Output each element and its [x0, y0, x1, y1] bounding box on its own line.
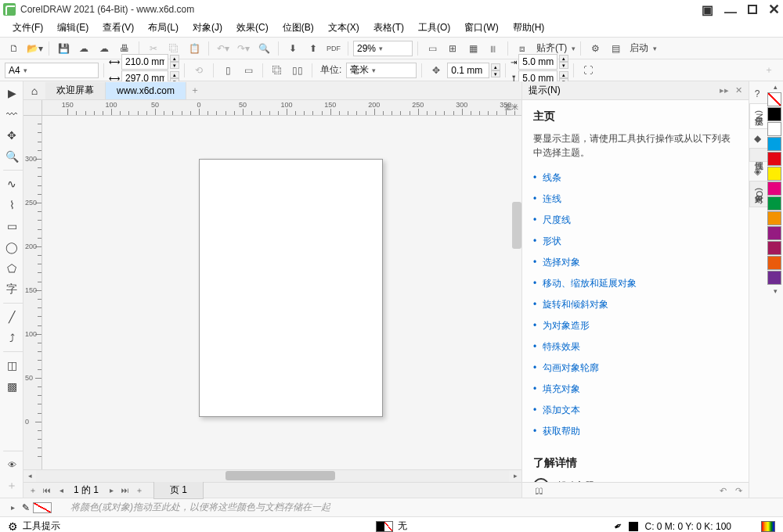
fullscreen-icon[interactable]: ▭: [423, 40, 442, 57]
docker-tab-hints[interactable]: 提示(N): [749, 103, 767, 129]
color-swatch[interactable]: [767, 152, 781, 166]
connector-tool[interactable]: ⤴: [2, 328, 22, 348]
next-page[interactable]: ▸: [105, 484, 117, 497]
publish-pdf-button[interactable]: PDF: [324, 40, 343, 57]
nudge-down[interactable]: ▾: [491, 70, 500, 77]
color-swatch[interactable]: [767, 167, 781, 181]
menu-bitmap[interactable]: 位图(B): [276, 20, 320, 36]
dupx-up[interactable]: ▴: [559, 55, 568, 62]
pick-tool[interactable]: ▶: [2, 83, 22, 103]
v-scroll-thumb[interactable]: [512, 202, 521, 249]
drop-shadow-tool[interactable]: ◫: [2, 355, 22, 376]
nudge-input[interactable]: [447, 63, 489, 78]
polygon-tool[interactable]: ⬠: [2, 258, 22, 279]
topic-link[interactable]: 选择对象: [533, 252, 738, 273]
h-scroll-thumb[interactable]: [226, 471, 335, 480]
topic-link[interactable]: 填充对象: [533, 379, 738, 400]
landscape-button[interactable]: ▭: [239, 62, 258, 79]
color-swatch[interactable]: [767, 196, 781, 210]
menu-table[interactable]: 表格(T): [367, 20, 410, 36]
text-tool[interactable]: 字: [2, 279, 22, 300]
export-button[interactable]: ⬆: [304, 40, 323, 57]
freehand-tool[interactable]: ∿: [2, 174, 22, 194]
dupy-up[interactable]: ▴: [559, 71, 568, 78]
dupx-down[interactable]: ▾: [559, 62, 568, 69]
add-tool[interactable]: ＋: [2, 476, 22, 496]
nudge-up[interactable]: ▴: [491, 63, 500, 70]
rectangle-tool[interactable]: ▭: [2, 216, 22, 236]
grid-icon[interactable]: ▦: [464, 40, 482, 57]
color-swatch[interactable]: [767, 182, 781, 196]
docker-tab-properties[interactable]: 属性: [749, 148, 767, 162]
color-swatch[interactable]: [767, 241, 781, 255]
page-size-dropdown[interactable]: A4: [5, 63, 99, 78]
outline-pen-icon[interactable]: ✒: [612, 519, 625, 532]
layout-icon[interactable]: ▤: [606, 40, 625, 57]
all-pages-icon[interactable]: ⿻: [268, 62, 287, 79]
hints-fwd-icon[interactable]: ↷: [735, 486, 742, 495]
eyedropper-tool[interactable]: 👁: [2, 455, 22, 475]
page[interactable]: [199, 159, 383, 417]
menu-tools[interactable]: 工具(O): [412, 20, 456, 36]
tab-document[interactable]: www.x6d.com: [106, 82, 186, 99]
menu-effects[interactable]: 效果(C): [230, 20, 275, 36]
ellipse-tool[interactable]: ◯: [2, 237, 22, 257]
parallel-dim-tool[interactable]: ╱: [2, 307, 22, 327]
guides-icon[interactable]: ⫼: [484, 40, 503, 57]
account-icon[interactable]: ▣: [702, 2, 713, 17]
height-up[interactable]: ▴: [170, 71, 179, 78]
gear-icon[interactable]: ⚙: [8, 520, 18, 533]
docker-tab-objects[interactable]: 对象(O): [749, 181, 767, 207]
rulers-icon[interactable]: ⊞: [443, 40, 462, 57]
topic-link[interactable]: 添加文本: [533, 400, 738, 421]
menu-object[interactable]: 对象(J): [186, 20, 229, 36]
tab-welcome[interactable]: 欢迎屏幕: [45, 82, 106, 99]
color-swatch[interactable]: [767, 137, 781, 151]
minimize-button[interactable]: —: [724, 5, 737, 20]
undo-button[interactable]: ↶▾: [214, 40, 233, 57]
width-down[interactable]: ▾: [170, 62, 179, 69]
panel-close-icon[interactable]: ✕: [735, 85, 742, 95]
import-button[interactable]: ⬇: [283, 40, 302, 57]
fill-indicator[interactable]: [376, 521, 393, 532]
search-icon[interactable]: 🔍: [254, 40, 273, 57]
menu-window[interactable]: 窗口(W): [458, 20, 504, 36]
horizontal-ruler[interactable]: 毫米 15010050050100150200250300350: [42, 100, 521, 116]
add-toolbar-icon[interactable]: ＋: [760, 62, 778, 79]
home-button[interactable]: ⌂: [23, 82, 45, 99]
menu-view[interactable]: 查看(V): [96, 20, 140, 36]
rail-prop-icon[interactable]: ◆: [749, 129, 765, 148]
current-page-icon[interactable]: ▯▯: [288, 62, 307, 79]
open-button[interactable]: 📂▾: [25, 40, 44, 57]
color-swatch[interactable]: [767, 256, 781, 270]
topic-link[interactable]: 勾画对象轮廓: [533, 358, 738, 379]
transparency-tool[interactable]: ▩: [2, 376, 22, 397]
new-button[interactable]: 🗋: [5, 40, 23, 57]
artistic-media-tool[interactable]: ⌇: [2, 195, 22, 215]
scroll-right[interactable]: ▸: [509, 470, 521, 481]
crop-tool[interactable]: ✥: [2, 125, 22, 146]
portrait-button[interactable]: ▯: [218, 62, 237, 79]
vertical-ruler[interactable]: 300250200150100500: [23, 116, 42, 469]
topic-link[interactable]: 移动、缩放和延展对象: [533, 273, 738, 294]
topic-link[interactable]: 特殊效果: [533, 336, 738, 358]
palette-up[interactable]: ▴: [767, 81, 783, 92]
close-button[interactable]: ✕: [768, 1, 780, 18]
h-scrollbar[interactable]: ◂ ▸: [23, 469, 521, 482]
color-swatch[interactable]: [767, 211, 781, 225]
redo-button[interactable]: ↷▾: [234, 40, 253, 57]
dup-x-input[interactable]: [518, 54, 557, 70]
ruler-origin[interactable]: [23, 100, 42, 116]
prev-page[interactable]: ◂: [55, 484, 67, 497]
color-swatch[interactable]: [767, 226, 781, 240]
options-button[interactable]: ⚙: [586, 40, 604, 57]
palette-icon[interactable]: [761, 521, 775, 532]
topic-link[interactable]: 形状: [533, 231, 738, 252]
color-swatch[interactable]: [767, 107, 781, 121]
menu-text[interactable]: 文本(X): [322, 20, 366, 36]
cloud-down-icon[interactable]: ☁: [74, 40, 93, 57]
color-swatch[interactable]: [767, 122, 781, 136]
panel-collapse-icon[interactable]: ▸▸: [720, 85, 729, 95]
first-page[interactable]: ⏮: [41, 484, 53, 497]
topic-link[interactable]: 获取帮助: [533, 421, 738, 442]
